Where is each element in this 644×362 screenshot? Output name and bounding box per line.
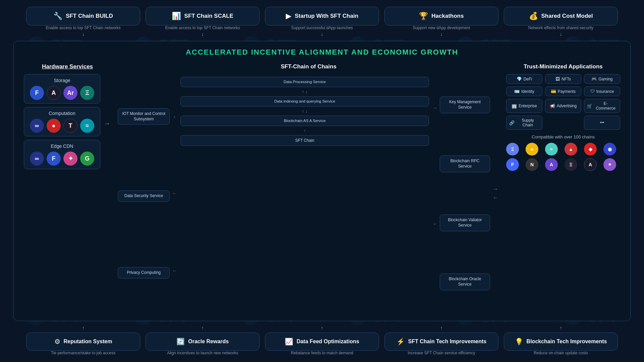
trust-gaming[interactable]: 🎮 Gaming [584,74,620,84]
tia-icon: ◆ [584,143,597,156]
iot-box: IOT Monitor and Control Subsystem [118,108,170,125]
compat-title: Compatible with over 100 chains [506,134,620,139]
trust-ecommerce[interactable]: 🛒 E-Commerce [584,99,620,113]
advertising-label: Advertising [557,104,577,108]
nfts-label: NFTs [561,77,571,81]
avax-icon: ▲ [565,143,577,156]
computation-label: Computation [29,111,95,116]
storage-icon-0: F [30,86,44,100]
supply-chain-icon: 🔗 [509,120,515,125]
oracle-title: Oracle Rewards [188,339,229,345]
comp-icon-2: T [63,119,77,133]
sft-tech-title: SFT Chain Tech Improvements [408,339,487,345]
arrow-up-oracle: ↑ [201,325,204,331]
insurance-label: Insurance [596,89,614,94]
eth-icon: Ξ [506,143,519,156]
enterprise-label: Enterprise [519,104,537,108]
trust-defi[interactable]: 💎 DeFi [506,74,542,84]
top-card-hackathons[interactable]: 🏆 Hackathons [384,7,498,25]
trust-supply-chain[interactable]: 🔗 Supply Chain [506,116,542,130]
top-card-sft-scale[interactable]: 📊 SFT Chain SCALE [146,7,260,25]
trust-items-grid: 💎 DeFi 🖼 NFTs 🎮 Gaming 🪪 Identity [506,74,620,130]
arrow-down-startup: ↓ [321,32,323,37]
bottom-row: ↑ ⚙ Reputation System Tie performance/st… [13,324,631,355]
bottom-card-blockchain-tech[interactable]: 💡 Blockchain Tech Improvements [504,333,618,351]
main-container: 🔧 SFT Chain BUILD Enable access to top S… [0,0,644,362]
validator-box: Blockchain Valiator Service [440,215,490,231]
blockchain-tech-desc: Reduce on-chain update costs [534,351,588,355]
data-feed-icon: 📈 [285,338,293,346]
edge-cdn-icons: ∞ F ✦ G [29,152,95,166]
blockchain-tech-icon: 💡 [515,338,523,346]
tron-icon: ≈ [545,143,558,156]
trust-more[interactable]: ••• [584,116,620,130]
reputation-title: Reputation System [64,339,112,345]
trust-identity[interactable]: 🪪 Identity [506,86,542,96]
bottom-card-oracle[interactable]: 🔄 Oracle Rewards [146,333,260,351]
insurance-icon: 🛡 [590,89,595,94]
chain-title: SFT-Chain of Chains [118,63,499,70]
defi-icon: 💎 [517,76,522,81]
arrow-down-hack: ↓ [440,32,443,37]
chain-to-trust-arrow-up: → [493,186,498,192]
bottom-card-reputation[interactable]: ⚙ Reputation System [26,333,140,351]
trust-payments[interactable]: 💳 Payments [545,86,581,96]
hardware-to-chain-arrow: → [104,120,110,127]
data-feed-desc: Rebalance feeds to match demand [291,351,353,355]
top-row: 🔧 SFT Chain BUILD Enable access to top S… [13,7,631,38]
privacy-box: Privacy Computing [118,267,170,279]
data-proc-box: Data Processing Service [180,77,429,87]
storage-label: Storage [29,78,95,83]
trust-title: Trust-Minimized Applications [506,63,620,70]
build-title: SFT Chain BUILD [66,13,113,19]
shared-cost-icon: 💰 [529,12,538,20]
trust-advertising[interactable]: 📢 Advertising [545,99,581,113]
key-mgmt-box: Key Management Service [440,97,490,113]
storage-icon-1: A [47,86,61,100]
top-card-shared-cost[interactable]: 💰 Shared Cost Model [504,7,618,25]
comp-icon-1: ● [47,119,61,133]
oracle-icon: 🔄 [176,338,185,346]
arrow-up-feed: ↑ [321,325,323,331]
reputation-icon: ⚙ [54,338,60,346]
edge-cdn-label: Edge CDN [29,143,95,149]
scale-title: SFT Chain SCALE [184,13,233,19]
edge-cdn-card: Edge CDN ∞ F ✦ G [24,140,100,169]
rpc-box: Blockchain RPC Service [440,156,490,172]
top-card-sft-build[interactable]: 🔧 SFT Chain BUILD [26,7,140,25]
right-arrow-3: ← [433,221,437,226]
trust-enterprise[interactable]: 🏢 Enterprise [506,99,542,113]
fil-icon: F [506,158,519,171]
chain-left-services: IOT Monitor and Control Subsystem Data S… [118,74,170,313]
dot-icon: Ξ [565,158,577,171]
ecommerce-label: E-Commerce [594,101,617,111]
bottom-card-sft-tech[interactable]: ⚡ SFT Chain Tech Improvements [384,333,498,351]
arrow-up-rep: ↑ [82,325,85,331]
bnb-icon: ● [526,143,538,156]
computation-icons: ∞ ● T ≈ [29,119,95,133]
startup-title: Startup With SFT Chain [295,13,359,19]
trust-nfts[interactable]: 🖼 NFTs [545,74,581,84]
gaming-label: Gaming [598,77,612,81]
nfts-icon: 🖼 [555,76,560,81]
top-card-startup[interactable]: ▶ Startup With SFT Chain [265,7,379,25]
advertising-icon: 📢 [550,104,555,109]
chain-right-services: Key Management Service Blockchain RPC Se… [440,74,490,313]
bottom-card-data-feed[interactable]: 📈 Data Feed Optimizations [265,333,379,351]
chain-center: Data Processing Service ↑ ↓ Data indexin… [179,74,430,313]
chain-of-chains-col: SFT-Chain of Chains IOT Monitor and Cont… [118,63,499,314]
blockchain-tech-title: Blockchain Tech Improvements [527,339,607,345]
hbar-icon: ✦ [603,158,616,171]
build-desc: Enable access to top SFT Chain networks [46,25,120,30]
arrow-down-cost: ↓ [559,32,562,37]
build-icon: 🔧 [53,12,62,20]
comp-icon-3: ≈ [80,119,94,133]
startup-icon: ▶ [286,12,291,20]
trust-insurance[interactable]: 🛡 Insurance [584,86,620,96]
computation-card: Computation ∞ ● T ≈ [24,107,100,136]
hackathons-icon: 🏆 [419,12,428,20]
hackathons-title: Hackathons [431,13,464,19]
supply-chain-label: Supply Chain [516,118,539,127]
chain-to-trust-arrow-down: ← [493,195,498,201]
identity-icon: 🪪 [514,89,520,94]
